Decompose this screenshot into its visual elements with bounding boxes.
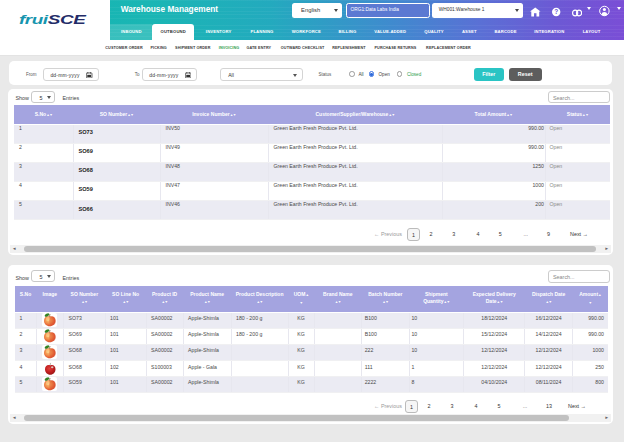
svg-text:?: ? (555, 8, 559, 15)
